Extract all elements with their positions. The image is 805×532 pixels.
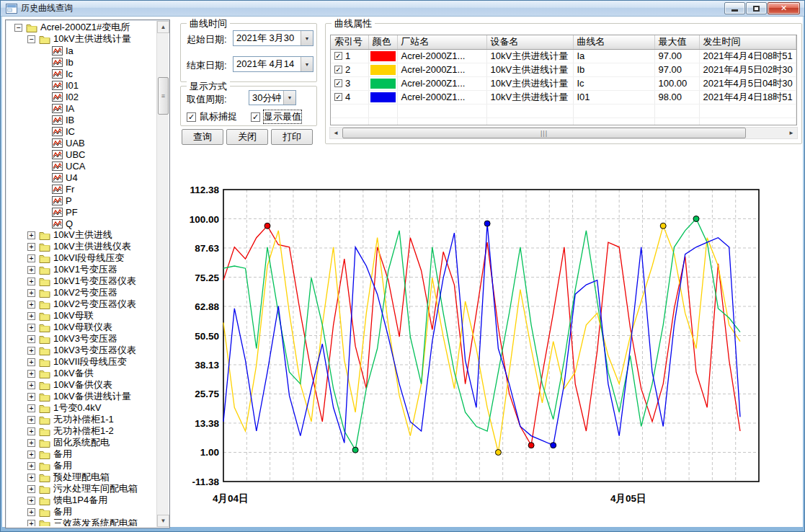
close-dialog-button[interactable]: 关闭 bbox=[226, 129, 268, 145]
expand-icon[interactable]: + bbox=[27, 497, 35, 505]
tree-item-node-30[interactable]: +10kV备供 bbox=[7, 368, 156, 379]
table-header[interactable]: 索引号颜色厂站名设备名曲线名最大值发生时间 bbox=[331, 35, 796, 49]
column-header[interactable]: 发生时间 bbox=[699, 35, 796, 49]
tree-item-node-0[interactable]: −Acrel-2000Z1#变电所 bbox=[7, 22, 156, 33]
column-header[interactable]: 索引号 bbox=[331, 35, 368, 49]
print-button[interactable]: 打印 bbox=[271, 129, 313, 145]
tree-item-node-19[interactable]: +10kV主供进线仪表 bbox=[7, 241, 156, 252]
titlebar[interactable]: 历史曲线查询 ✕ bbox=[1, 1, 804, 17]
tree-item-node-22[interactable]: +10kV1号变压器仪表 bbox=[7, 275, 156, 287]
column-header[interactable]: 颜色 bbox=[368, 35, 397, 49]
tree-item-node-18[interactable]: +10kV主供进线 bbox=[7, 229, 156, 241]
tree-item-curve-16[interactable]: PF bbox=[7, 206, 156, 218]
tree-item-node-39[interactable]: +预处理配电箱 bbox=[7, 471, 156, 483]
chevron-down-icon[interactable]: ▼ bbox=[301, 31, 313, 45]
scroll-down-arrow-icon[interactable]: ▼ bbox=[157, 515, 169, 527]
table-row[interactable]: ✓1Acrel-2000Z1...10kV主供进线计量Ia97.002021年4… bbox=[331, 49, 796, 63]
tree-item-node-41[interactable]: +馈电1P4备用 bbox=[7, 495, 156, 506]
table-scrollbar-thumb[interactable]: ||| bbox=[342, 128, 746, 138]
tree-item-curve-8[interactable]: IB bbox=[7, 114, 156, 125]
expand-icon[interactable]: + bbox=[27, 416, 35, 424]
tree-item-node-32[interactable]: +10kV备供进线计量 bbox=[7, 391, 156, 402]
tree-item-curve-14[interactable]: Fr bbox=[7, 183, 156, 195]
tree-item-node-38[interactable]: +备用 bbox=[7, 460, 156, 471]
scroll-left-arrow-icon[interactable]: ◄ bbox=[330, 128, 342, 138]
expand-icon[interactable]: + bbox=[27, 439, 35, 447]
expand-icon[interactable]: + bbox=[27, 393, 35, 401]
tree-item-curve-4[interactable]: Ic bbox=[7, 68, 156, 79]
tree-item-node-26[interactable]: +10kV母联仪表 bbox=[7, 322, 156, 333]
maximize-button[interactable] bbox=[746, 2, 767, 14]
expand-icon[interactable]: + bbox=[27, 370, 35, 378]
tree-item-node-28[interactable]: +10kV3号变压器仪表 bbox=[7, 345, 156, 356]
tree-item-node-35[interactable]: +无功补偿柜1-2 bbox=[7, 425, 156, 437]
expand-icon[interactable]: + bbox=[27, 358, 35, 366]
row-checkbox[interactable]: ✓ bbox=[334, 79, 342, 87]
tree-item-node-1[interactable]: −10kV主供进线计量 bbox=[7, 33, 156, 45]
expand-icon[interactable]: + bbox=[27, 485, 35, 493]
tree-item-curve-17[interactable]: Q bbox=[7, 218, 156, 229]
tree-item-curve-13[interactable]: U4 bbox=[7, 172, 156, 183]
column-header[interactable]: 曲线名 bbox=[573, 35, 654, 49]
tree-item-node-37[interactable]: +备用 bbox=[7, 448, 156, 460]
tree-item-node-27[interactable]: +10kV3号变压器 bbox=[7, 333, 156, 345]
expand-icon[interactable]: + bbox=[27, 508, 35, 516]
expand-icon[interactable]: + bbox=[27, 324, 35, 332]
tree-item-node-23[interactable]: +10kV2号变压器 bbox=[7, 287, 156, 298]
expand-icon[interactable]: + bbox=[27, 347, 35, 355]
row-checkbox[interactable]: ✓ bbox=[334, 66, 342, 74]
expand-icon[interactable]: + bbox=[27, 278, 35, 285]
expand-icon[interactable]: + bbox=[27, 474, 35, 482]
collapse-icon[interactable]: − bbox=[27, 35, 35, 43]
column-header[interactable]: 最大值 bbox=[654, 35, 699, 49]
table-row[interactable]: ✓4Acrel-2000Z1...10kV主供进线计量I0198.002021年… bbox=[331, 90, 796, 104]
tree-item-curve-12[interactable]: UCA bbox=[7, 160, 156, 172]
scroll-up-arrow-icon[interactable]: ▲ bbox=[157, 21, 169, 33]
tree-item-curve-6[interactable]: I02 bbox=[7, 91, 156, 102]
period-select[interactable]: 30分钟 ▼ bbox=[249, 90, 296, 105]
collapse-icon[interactable]: − bbox=[14, 24, 22, 32]
expand-icon[interactable]: + bbox=[27, 451, 35, 458]
tree-item-node-33[interactable]: +1号变0.4kV bbox=[7, 402, 156, 414]
expand-icon[interactable]: + bbox=[27, 266, 35, 274]
query-button[interactable]: 查询 bbox=[182, 129, 223, 145]
tree-item-node-42[interactable]: +备用 bbox=[7, 506, 156, 518]
row-checkbox[interactable]: ✓ bbox=[334, 52, 342, 60]
close-button[interactable]: ✕ bbox=[768, 2, 800, 14]
table-row[interactable]: ✓3Acrel-2000Z1...10kV主供进线计量Ic100.002021年… bbox=[331, 76, 796, 90]
expand-icon[interactable]: + bbox=[27, 404, 35, 412]
column-header[interactable]: 厂站名 bbox=[397, 35, 486, 49]
minimize-button[interactable] bbox=[724, 2, 745, 14]
expand-icon[interactable]: + bbox=[27, 427, 35, 435]
tree-item-curve-3[interactable]: Ib bbox=[7, 56, 156, 68]
row-checkbox[interactable]: ✓ bbox=[334, 93, 342, 101]
expand-icon[interactable]: + bbox=[27, 243, 35, 251]
tree-scrollbar-thumb[interactable]: ≡ bbox=[158, 77, 169, 115]
tree-item-node-34[interactable]: +无功补偿柜1-1 bbox=[7, 414, 156, 425]
expand-icon[interactable]: + bbox=[27, 301, 35, 309]
scroll-right-arrow-icon[interactable]: ► bbox=[786, 128, 797, 138]
expand-icon[interactable]: + bbox=[27, 289, 35, 297]
mouse-capture-checkbox[interactable]: ✓ 鼠标捕捉 bbox=[187, 110, 237, 123]
tree-item-curve-2[interactable]: Ia bbox=[7, 45, 156, 56]
tree-item-curve-9[interactable]: IC bbox=[7, 125, 156, 137]
tree-item-node-25[interactable]: +10kV母联 bbox=[7, 310, 156, 322]
tree-item-curve-11[interactable]: UBC bbox=[7, 148, 156, 160]
expand-icon[interactable]: + bbox=[27, 254, 35, 262]
tree-item-curve-10[interactable]: UAB bbox=[7, 137, 156, 148]
end-date-picker[interactable]: 2021年 4月14 ▼ bbox=[233, 56, 313, 72]
tree-item-curve-15[interactable]: P bbox=[7, 195, 156, 206]
tree-item-node-29[interactable]: +10kVII段母线压变 bbox=[7, 356, 156, 368]
show-extremes-checkbox[interactable]: ✓ 显示最值 bbox=[251, 110, 301, 123]
column-header[interactable]: 设备名 bbox=[486, 35, 573, 49]
tree-item-node-21[interactable]: +10kV1号变压器 bbox=[7, 264, 156, 275]
tree-item-curve-5[interactable]: I01 bbox=[7, 79, 156, 91]
tree-item-node-40[interactable]: +污水处理车间配电箱 bbox=[7, 483, 156, 495]
table-horizontal-scrollbar[interactable]: ◄ ||| ► bbox=[329, 127, 798, 139]
tree-item-node-43[interactable]: +三效蒸发系统配电箱 bbox=[7, 518, 156, 526]
table-row[interactable]: ✓2Acrel-2000Z1...10kV主供进线计量Ib97.002021年4… bbox=[331, 63, 796, 76]
chevron-down-icon[interactable]: ▼ bbox=[301, 57, 313, 71]
expand-icon[interactable]: + bbox=[27, 335, 35, 343]
expand-icon[interactable]: + bbox=[27, 520, 35, 527]
tree-item-curve-7[interactable]: IA bbox=[7, 102, 156, 114]
